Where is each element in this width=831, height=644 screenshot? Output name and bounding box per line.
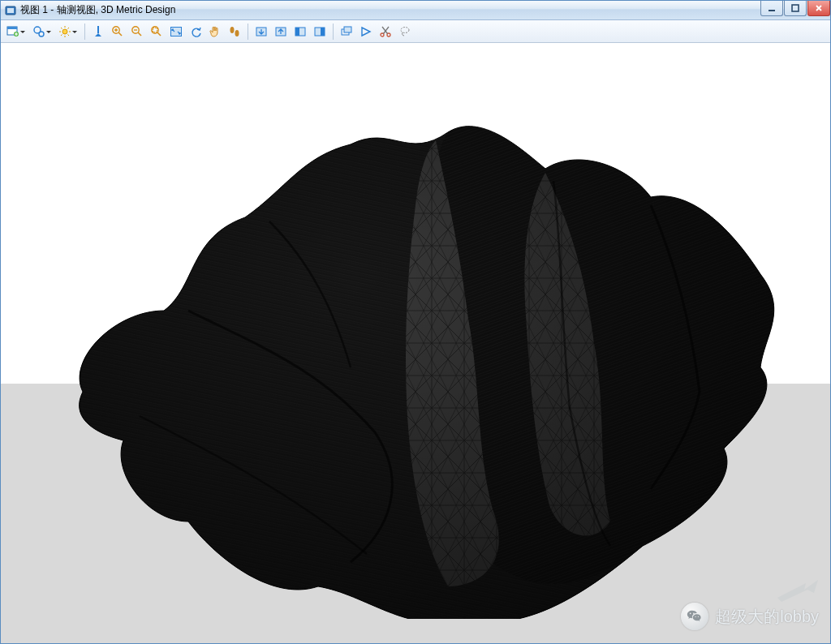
svg-rect-3	[792, 5, 799, 11]
viewport-3d[interactable]: 超级大的lobby	[1, 43, 830, 643]
cut-button[interactable]	[377, 23, 394, 41]
svg-point-28	[401, 27, 409, 32]
svg-rect-21	[295, 28, 299, 36]
region-left-button[interactable]	[291, 23, 309, 41]
orbit-button[interactable]	[187, 23, 205, 41]
lasso-button[interactable]	[396, 23, 414, 41]
app-window: 视图 1 - 轴测视图, 3D Metric Design	[0, 0, 831, 644]
svg-point-27	[387, 33, 390, 36]
point-select-button[interactable]	[30, 23, 54, 41]
fit-view-button[interactable]	[167, 23, 185, 41]
svg-rect-23	[321, 28, 325, 36]
window-title: 视图 1 - 轴测视图, 3D Metric Design	[20, 3, 760, 17]
measure-point-button[interactable]	[89, 23, 107, 41]
zoom-window-button[interactable]	[148, 23, 166, 41]
layer-switch-button[interactable]	[357, 23, 375, 41]
svg-point-26	[381, 33, 384, 36]
walk-button[interactable]	[226, 23, 243, 41]
app-icon	[4, 4, 17, 17]
zoom-out-button[interactable]	[128, 23, 146, 41]
svg-rect-2	[769, 10, 775, 11]
toolbar-separator	[84, 24, 85, 40]
region-out-button[interactable]	[272, 23, 290, 41]
svg-point-8	[39, 32, 44, 36]
close-button[interactable]	[807, 1, 830, 16]
pan-button[interactable]	[206, 23, 224, 41]
region-right-button[interactable]	[311, 23, 329, 41]
light-button[interactable]	[56, 23, 80, 41]
toolbar-separator	[248, 24, 248, 40]
region-in-button[interactable]	[252, 23, 270, 41]
svg-rect-14	[153, 28, 157, 32]
toolbar	[1, 20, 830, 43]
svg-rect-10	[97, 26, 99, 33]
maximize-button[interactable]	[784, 1, 807, 16]
zoom-in-button[interactable]	[109, 23, 127, 41]
svg-rect-15	[171, 27, 182, 36]
toolbar-separator	[333, 24, 334, 40]
svg-rect-1	[7, 8, 14, 13]
svg-point-17	[235, 30, 239, 36]
svg-rect-25	[344, 27, 351, 32]
titlebar: 视图 1 - 轴测视图, 3D Metric Design	[1, 1, 830, 20]
svg-rect-5	[7, 27, 17, 29]
arrow-watermark-icon	[773, 573, 822, 606]
new-view-button[interactable]	[4, 23, 28, 41]
wechat-icon	[681, 603, 708, 630]
layer-new-button[interactable]	[338, 23, 355, 41]
minimize-button[interactable]	[760, 1, 783, 16]
watermark-text: 超级大的lobby	[715, 606, 819, 628]
watermark: 超级大的lobby	[681, 603, 819, 630]
svg-point-16	[230, 27, 235, 33]
svg-point-9	[62, 29, 67, 34]
window-controls	[760, 1, 830, 16]
